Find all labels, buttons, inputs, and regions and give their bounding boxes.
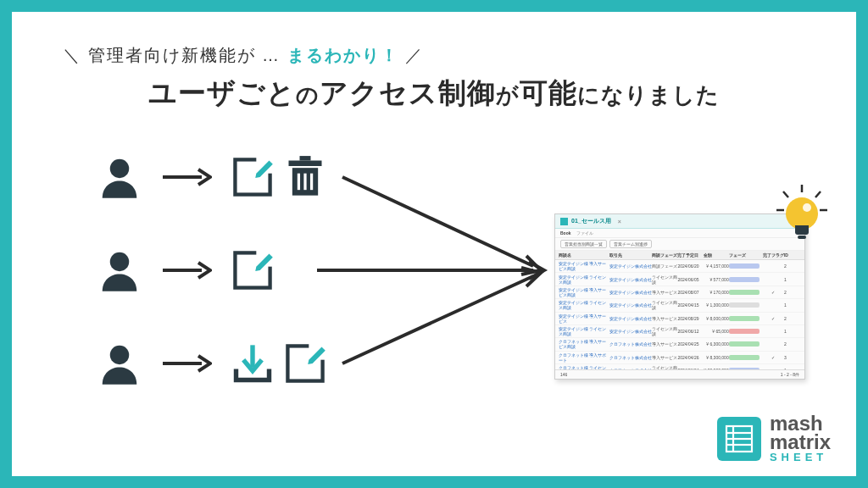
app-subbar: 営業担当別商談一覧 営業チーム別進捗 xyxy=(555,238,804,251)
converging-arrows xyxy=(317,130,563,419)
logo-text-line2: SHEET xyxy=(770,452,831,463)
app-toolbar: Book ファイル xyxy=(555,229,804,238)
svg-rect-28 xyxy=(798,236,806,239)
table-row: 安定テイジン様 ライセンス商談安定テイジン株式会社ライセンス商談2024/06/… xyxy=(555,273,804,286)
download-icon xyxy=(231,341,275,389)
table-row: 安定テイジン様 ライセンス商談安定テイジン株式会社ライセンス商談2024/06/… xyxy=(555,325,804,338)
svg-point-27 xyxy=(786,197,818,230)
user-icon xyxy=(97,247,142,297)
lightbulb-icon xyxy=(773,183,831,251)
svg-line-21 xyxy=(342,276,533,363)
edit-icon xyxy=(231,248,275,296)
tagline: ＼ 管理者向け新機能が … まるわかり！ ／ xyxy=(63,44,424,67)
app-tab: 01_セールス用× xyxy=(555,214,804,229)
headline: ユーザごとのアクセス制御が可能になりました xyxy=(148,75,720,113)
user-icon xyxy=(97,341,142,390)
brand-logo: mash matrix SHEET xyxy=(717,414,831,463)
app-screenshot: 01_セールス用× Book ファイル 営業担当別商談一覧 営業チーム別進捗 商… xyxy=(554,214,805,380)
table-row: 安定テイジン様 導入サービス商談安定テイジン株式会社導入サービス2024/08/… xyxy=(555,286,804,299)
arrow-icon xyxy=(161,167,212,191)
arrow-icon xyxy=(161,260,212,284)
user-row-2 xyxy=(97,247,275,297)
svg-point-14 xyxy=(110,346,130,365)
table-row: 安定テイジン様 導入サービス商談安定テイジン株式会社商談フェーズ2024/06/… xyxy=(555,260,804,273)
svg-point-29 xyxy=(803,203,811,212)
table-row: 安定テイジン様 ライセンス商談安定テイジン株式会社ライセンス商談2024/04/… xyxy=(555,299,804,312)
arrow-icon xyxy=(161,353,212,377)
table-row: 安定テイジン様 導入サービス安定テイジン株式会社導入サービス2024/08/29… xyxy=(555,313,804,325)
svg-point-10 xyxy=(110,252,130,272)
svg-point-0 xyxy=(110,159,130,179)
logo-text-line1b: matrix xyxy=(770,433,831,452)
user-row-1 xyxy=(97,154,327,203)
svg-line-19 xyxy=(342,177,533,266)
app-table: 商談名取引先商談フェーズ完了予定日金額フェーズ完了フラグID 安定テイジン様 導… xyxy=(555,251,804,380)
svg-line-23 xyxy=(783,191,788,197)
table-row: クロフネット様 導入サービス商談クロフネット株式会社導入サービス2024/04/… xyxy=(555,338,804,351)
svg-rect-6 xyxy=(300,156,311,160)
logo-mark xyxy=(717,417,761,461)
edit-icon xyxy=(231,155,275,202)
app-footer: 1461 - 2 - 8件 xyxy=(555,369,804,379)
user-row-3 xyxy=(97,341,327,390)
svg-line-24 xyxy=(815,191,821,197)
user-icon xyxy=(97,154,142,203)
table-row: クロフネット様 導入サポートクロフネット株式会社導入サービス2024/04/26… xyxy=(555,352,804,364)
